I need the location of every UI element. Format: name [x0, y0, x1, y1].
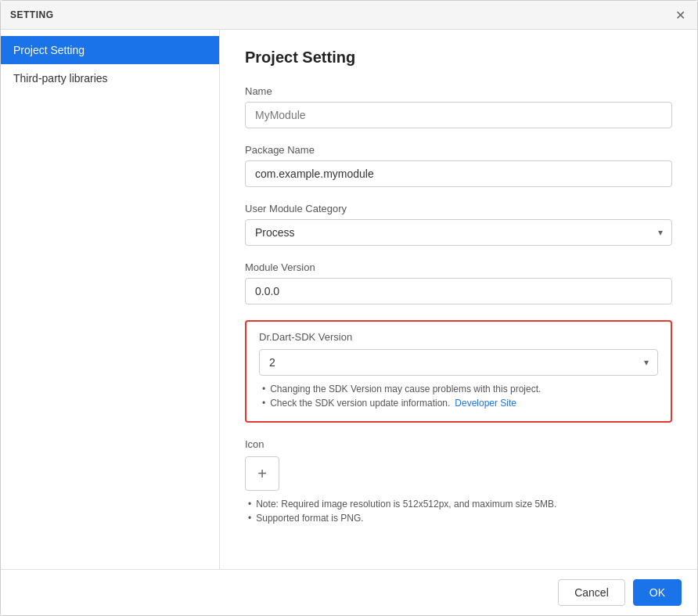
close-button[interactable]: ✕ — [672, 7, 688, 23]
settings-dialog: SETTING ✕ Project Setting Third-party li… — [0, 0, 698, 616]
icon-label: Icon — [245, 438, 672, 450]
icon-add-button[interactable]: + — [245, 456, 279, 491]
ok-button[interactable]: OK — [633, 579, 682, 606]
package-name-label: Package Name — [245, 144, 672, 156]
icon-notes: Note: Required image resolution is 512x5… — [245, 499, 672, 524]
module-version-label: Module Version — [245, 261, 672, 273]
name-field-group: Name — [245, 85, 672, 128]
icon-note-2: Supported format is PNG. — [248, 513, 672, 524]
dialog-body: Project Setting Third-party libraries Pr… — [1, 30, 697, 569]
dialog-titlebar: SETTING ✕ — [1, 1, 697, 30]
category-label: User Module Category — [245, 203, 672, 214]
icon-note-1: Note: Required image resolution is 512x5… — [248, 499, 672, 510]
sdk-note-2: Check the SDK version update information… — [262, 398, 658, 409]
name-input[interactable] — [245, 102, 672, 128]
category-field-group: User Module Category Process Other ▾ — [245, 203, 672, 246]
developer-site-link[interactable]: Developer Site — [455, 398, 516, 409]
sidebar-item-third-party-libraries[interactable]: Third-party libraries — [1, 64, 219, 92]
dialog-footer: Cancel OK — [1, 569, 697, 615]
dialog-title: SETTING — [10, 9, 54, 20]
category-select-wrapper: Process Other ▾ — [245, 219, 672, 246]
sidebar: Project Setting Third-party libraries — [1, 30, 220, 569]
content-area: Project Setting Name Package Name User M… — [220, 30, 697, 569]
module-version-input[interactable] — [245, 278, 672, 304]
sdk-notes: Changing the SDK Version may cause probl… — [259, 384, 658, 409]
sdk-section: Dr.Dart-SDK Version 2 1 ▾ Changing the S… — [245, 320, 672, 423]
cancel-button[interactable]: Cancel — [558, 579, 625, 606]
sdk-label: Dr.Dart-SDK Version — [259, 331, 658, 343]
package-name-field-group: Package Name — [245, 144, 672, 187]
module-version-field-group: Module Version — [245, 261, 672, 304]
category-select[interactable]: Process Other — [245, 219, 672, 246]
name-label: Name — [245, 85, 672, 97]
icon-section: Icon + Note: Required image resolution i… — [245, 438, 672, 524]
page-title: Project Setting — [245, 49, 672, 67]
sdk-select-wrapper: 2 1 ▾ — [259, 349, 658, 376]
package-name-input[interactable] — [245, 160, 672, 187]
sidebar-item-project-setting[interactable]: Project Setting — [1, 36, 219, 64]
sdk-version-select[interactable]: 2 1 — [259, 349, 658, 376]
sdk-note-1: Changing the SDK Version may cause probl… — [262, 384, 658, 394]
